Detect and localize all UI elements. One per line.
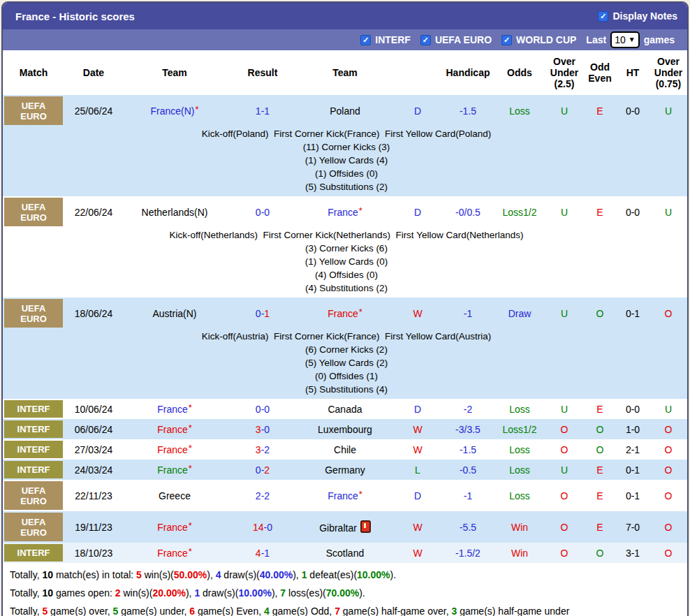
display-notes-toggle[interactable]: Display Notes (598, 10, 677, 22)
date-cell: 18/10/23 (64, 543, 123, 563)
interf-checkbox-icon[interactable] (360, 35, 371, 45)
odds-cell: Loss1/2 (492, 419, 548, 439)
odd-even-cell: E (581, 196, 619, 228)
away-team-cell: Scotland (299, 543, 391, 563)
handicap-cell: -5.5 (444, 511, 492, 543)
match-competition-cell: UEFA EURO (3, 196, 64, 228)
chevron-down-icon: ▼ (629, 36, 636, 43)
world-cup-checkbox-icon[interactable] (501, 35, 512, 45)
odd-even-cell: E (581, 460, 619, 480)
summary-section: Totally, 10 match(es) in total: 5 win(s)… (3, 563, 687, 616)
notes-row: Kick-off(Poland) First Corner Kick(Franc… (3, 126, 689, 196)
match-row: UEFA EURO22/06/24Netherlands(N)0-0France… (3, 196, 689, 228)
odd-even-cell: O (581, 543, 619, 563)
competition-badge: UEFA EURO (4, 96, 63, 125)
home-team-cell: France* (123, 460, 226, 480)
odd-even-cell: O (581, 419, 619, 439)
notes-row: Kick-off(Austria) First Corner Kick(Fran… (3, 329, 689, 399)
over-under-075-cell: U (647, 95, 689, 126)
over-under-075-cell: O (647, 439, 689, 460)
star-marker: * (359, 489, 362, 499)
home-team-cell: France* (123, 439, 226, 460)
match-competition-cell: INTERF (3, 543, 64, 563)
over-under-075-cell: O (647, 543, 689, 563)
star-marker: * (189, 443, 192, 453)
match-row: INTERF27/03/24France*3-2ChileW-1.5LossOO… (3, 439, 689, 460)
competition-badge: INTERF (4, 461, 63, 478)
ht-cell: 3-1 (619, 543, 647, 563)
away-team-cell: Luxembourg (299, 419, 391, 439)
filter-world-cup-label: WORLD CUP (516, 34, 576, 45)
over-under-25-cell: O (548, 480, 581, 511)
odds-cell: Loss1/2 (492, 196, 548, 228)
filter-world-cup[interactable]: WORLD CUP (501, 34, 576, 45)
display-notes-checkbox-icon[interactable] (598, 11, 608, 22)
odds-cell: Loss (492, 95, 548, 126)
result-cell: 0-0 (226, 196, 299, 228)
historic-scores-table: Match Date Team Result Team Handicap Odd… (3, 50, 689, 563)
over-under-075-cell: O (647, 480, 689, 511)
handicap-cell: -0/0.5 (444, 196, 492, 228)
away-team-cell: Canada (299, 399, 391, 419)
over-under-25-cell: O (548, 543, 581, 563)
match-row: UEFA EURO19/11/23France*14-0GibraltarW-5… (3, 511, 689, 543)
away-team-cell: Chile (299, 439, 391, 460)
match-competition-cell: INTERF (3, 439, 64, 460)
over-under-25-cell: U (548, 298, 581, 329)
notes-cell: Kick-off(Netherlands) First Corner Kick(… (3, 228, 689, 298)
date-cell: 27/03/24 (64, 439, 123, 460)
match-competition-cell: INTERF (3, 460, 64, 480)
dwl-cell: W (391, 298, 444, 329)
filter-uefa-euro-label: UEFA EURO (435, 34, 492, 45)
note-line: (1) Yellow Cards (4) (3, 154, 689, 167)
filter-uefa-euro[interactable]: UEFA EURO (420, 34, 492, 45)
games-count-select[interactable]: 10 ▼ (610, 31, 639, 48)
home-team-cell: France* (123, 419, 226, 439)
date-cell: 22/11/23 (64, 480, 123, 511)
competition-badge: INTERF (4, 441, 63, 458)
col-handicap: Handicap (444, 50, 492, 95)
dwl-cell: D (391, 196, 444, 228)
note-line: (1) Yellow Cards (0) (3, 255, 689, 268)
col-match: Match (3, 50, 64, 95)
red-card-icon (360, 520, 371, 533)
col-result: Result (226, 50, 299, 95)
col-dwl (391, 50, 444, 95)
competition-badge: UEFA EURO (4, 198, 63, 226)
filter-interf[interactable]: INTERF (360, 34, 411, 45)
home-team-cell: France* (123, 543, 226, 563)
summary-line: Totally, 10 match(es) in total: 5 win(s)… (10, 566, 687, 584)
ht-cell: 1-0 (619, 419, 647, 439)
ht-cell: 0-0 (619, 196, 647, 228)
home-team-cell: Netherlands(N) (123, 196, 226, 228)
match-row: UEFA EURO22/11/23Greece2-2France*D-1Loss… (3, 480, 689, 511)
odd-even-cell: E (581, 480, 619, 511)
handicap-cell: -1.5/2 (444, 543, 492, 563)
note-line: (1) Offsides (0) (3, 167, 689, 180)
star-marker: * (189, 546, 192, 557)
page-title: France - Historic scores (15, 10, 135, 22)
result-cell: 1-1 (226, 95, 299, 126)
date-cell: 22/06/24 (64, 196, 123, 228)
col-away-team: Team (299, 50, 391, 95)
note-line: (3) Corner Kicks (6) (3, 242, 689, 255)
note-line: (4) Offsides (0) (3, 268, 689, 281)
note-line: Kick-off(Austria) First Corner Kick(Fran… (3, 330, 689, 343)
col-date: Date (64, 50, 123, 95)
home-team-cell: France(N)* (123, 95, 226, 126)
away-team-cell: France* (299, 196, 391, 228)
over-under-075-cell: U (647, 196, 689, 228)
over-under-25-cell: U (548, 95, 581, 126)
match-competition-cell: INTERF (3, 419, 64, 439)
home-team-cell: France* (123, 511, 226, 543)
match-competition-cell: UEFA EURO (3, 298, 64, 329)
competition-badge: INTERF (4, 400, 63, 418)
dwl-cell: W (391, 511, 444, 543)
uefa-euro-checkbox-icon[interactable] (420, 35, 431, 45)
away-team-cell: Gibraltar (299, 511, 391, 543)
summary-line: Totally, 5 game(s) over, 5 game(s) under… (10, 602, 687, 616)
handicap-cell: -1.5 (444, 95, 492, 126)
date-cell: 10/06/24 (64, 399, 123, 419)
note-line: (0) Offsides (1) (3, 369, 689, 383)
ht-cell: 0-0 (619, 95, 647, 126)
